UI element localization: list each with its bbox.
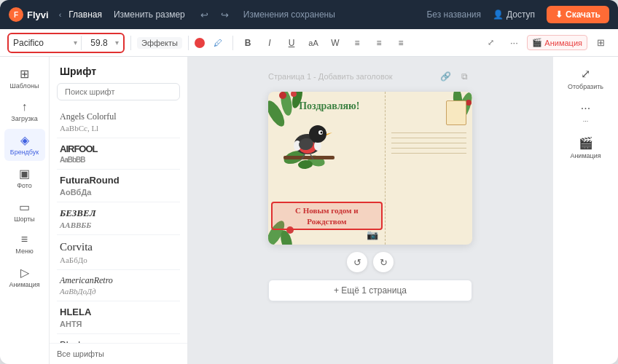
nav-home[interactable]: Главная [64, 7, 106, 22]
sidebar-label-upload: Загрузка [11, 116, 37, 123]
link-icon[interactable]: 🔗 [437, 68, 453, 84]
italic-button[interactable]: I [261, 34, 278, 52]
font-sample-hlela: АHТЯ [60, 320, 177, 328]
width-button[interactable]: W [326, 34, 344, 52]
stamp [446, 100, 466, 125]
undo-button[interactable]: ↩ [195, 5, 214, 24]
rotate-left-button[interactable]: ↺ [347, 252, 367, 272]
font-size-input[interactable] [85, 38, 113, 48]
animation-panel-button[interactable]: 🎬 Анимация [559, 132, 613, 164]
font-item-bezvel[interactable]: БЕЗВЕЛ ААBBББ [57, 202, 180, 235]
font-item-corvita[interactable]: Corvita AaБбДо [57, 235, 180, 270]
display-panel-button[interactable]: ⤢ Отобразить [559, 63, 613, 95]
sidebar-item-templates[interactable]: ⊞ Шаблоны [4, 63, 45, 95]
sidebar-item-menu[interactable]: ≡ Меню [4, 229, 45, 260]
animation-panel-icon: 🎬 [579, 136, 593, 150]
greeting-text: Поздравляю! [274, 100, 385, 112]
sidebar-item-photo[interactable]: ▣ Фото [4, 162, 45, 194]
access-button[interactable]: 👤 Доступ [487, 7, 541, 23]
left-sidebar: ⊞ Шаблоны ↑ Загрузка ◈ Брендбук ▣ Фото ▭… [0, 57, 50, 364]
sidebar-label-brand: Брендбук [10, 149, 39, 157]
top-bar: F Flyvi ‹ Главная Изменить размер ↩ ↪ Из… [0, 0, 618, 29]
top-bar-nav: ‹ Главная Изменить размер ↩ ↪ [59, 5, 235, 24]
font-dropdown-icon[interactable]: ▾ [74, 39, 77, 47]
menu-icon: ≡ [21, 233, 28, 246]
line-1 [391, 132, 466, 133]
grid-icon[interactable]: ⊞ [590, 33, 611, 53]
list2-button[interactable]: ≡ [370, 34, 388, 52]
font-sample-angels: AaBbCc, Ll [60, 124, 177, 132]
canvas-header: Страница 1 - Добавить заголовок 🔗 ⧉ [268, 68, 472, 84]
align-button[interactable]: ≡ [392, 34, 410, 52]
document-title: Без названия [426, 9, 481, 20]
right-panel: ⤢ Отобразить ··· ··· 🎬 Анимация [552, 57, 618, 364]
animation-button[interactable]: 🎬 Анимация [527, 35, 587, 50]
display-button[interactable]: ⤢ [480, 33, 501, 53]
font-size-dropdown-icon[interactable]: ▾ [115, 39, 119, 47]
effects-button[interactable]: Эффекты [137, 37, 182, 49]
svg-point-3 [279, 92, 286, 99]
autosave-status: Изменения сохранены [243, 9, 335, 20]
font-item-hlela[interactable]: HLELA АHТЯ [57, 301, 180, 334]
sidebar-label-menu: Меню [15, 248, 33, 256]
sidebar-item-brand[interactable]: ◈ Брендбук [4, 129, 45, 161]
svg-rect-14 [283, 156, 335, 159]
sidebar-item-animation[interactable]: ▷ Анимация [4, 261, 45, 293]
font-family-select[interactable]: Pacifico [13, 38, 71, 48]
chevron-left-icon: ‹ [59, 10, 62, 19]
font-item-black[interactable]: Black Aa БбВв [57, 334, 180, 343]
font-name-corvita: Corvita [60, 240, 177, 255]
underline-button[interactable]: U [283, 34, 300, 52]
download-button[interactable]: ⬇ Скачать [547, 6, 609, 23]
font-search-input[interactable] [57, 83, 180, 100]
font-item-futura[interactable]: FuturaRound АоВбДа [57, 170, 180, 202]
svg-point-21 [321, 132, 323, 134]
all-fonts-link[interactable]: Все шрифты [50, 343, 187, 364]
person-icon: 👤 [493, 9, 504, 20]
text-color-picker[interactable] [195, 38, 205, 48]
upload-icon: ↑ [22, 100, 28, 114]
sidebar-label-shape: Шорты [14, 216, 35, 223]
camera-icon[interactable]: 📷 [367, 229, 378, 240]
flyvi-name: Flyvi [27, 9, 49, 20]
font-sample-american: AaBbДоДд [60, 287, 177, 296]
line-2 [391, 138, 466, 138]
font-name-bezvel: БЕЗВЕЛ [60, 207, 177, 220]
brand-icon: ◈ [20, 133, 29, 147]
bold-button[interactable]: B [239, 34, 257, 52]
text-toolbar: Pacifico ▾ ▾ Эффекты 🖊 B I U aA W ≡ ≡ ≡ … [0, 29, 618, 57]
bottom-text[interactable]: С Новым годом и Рождством [271, 202, 383, 230]
sidebar-item-upload[interactable]: ↑ Загрузка [4, 96, 45, 127]
page-label: Страница 1 - Добавить заголовок [268, 72, 393, 81]
download-icon: ⬇ [555, 9, 563, 20]
add-page-button[interactable]: + Ещё 1 страница [268, 280, 472, 301]
templates-icon: ⊞ [20, 67, 29, 81]
font-item-american[interactable]: AmericanRetro AaBbДоДд [57, 270, 180, 302]
font-panel-title: Шрифт [50, 57, 187, 83]
paint-icon[interactable]: 🖊 [209, 34, 227, 52]
sidebar-label-templates: Шаблоны [10, 83, 39, 90]
sidebar-label-animation: Анимация [9, 282, 39, 289]
top-bar-right: Без названия 👤 Доступ ⬇ Скачать [426, 6, 609, 23]
font-name-angels: Angels Colorful [60, 111, 177, 123]
font-item-airfool[interactable]: AIRFOOL AaBbBB [57, 138, 180, 170]
more-panel-button[interactable]: ··· ··· [559, 98, 613, 129]
nav-resize[interactable]: Изменить размер [109, 7, 189, 22]
rotate-right-button[interactable]: ↻ [373, 252, 394, 272]
line-4 [391, 148, 466, 149]
list1-button[interactable]: ≡ [348, 34, 366, 52]
copy-icon[interactable]: ⧉ [456, 68, 472, 84]
redo-button[interactable]: ↪ [216, 5, 235, 24]
more-button[interactable]: ··· [504, 33, 524, 53]
toolbar-right: ⤢ ··· 🎬 Анимация ⊞ [480, 33, 611, 53]
font-sample-airfool: AaBbBB [60, 156, 177, 164]
display-panel-icon: ⤢ [581, 67, 590, 81]
app-window: F Flyvi ‹ Главная Изменить размер ↩ ↪ Из… [0, 0, 618, 364]
font-item-angels[interactable]: Angels Colorful AaBbCc, Ll [57, 106, 180, 138]
case-button[interactable]: aA [305, 34, 322, 52]
line-5 [391, 153, 466, 154]
sidebar-item-shape[interactable]: ▭ Шорты [4, 196, 45, 228]
main-area: ⊞ Шаблоны ↑ Загрузка ◈ Брендбук ▣ Фото ▭… [0, 57, 618, 364]
font-panel: Шрифт Angels Colorful AaBbCc, Ll AIRFOOL… [50, 57, 188, 364]
font-settings-group: Pacifico ▾ ▾ [7, 33, 125, 53]
